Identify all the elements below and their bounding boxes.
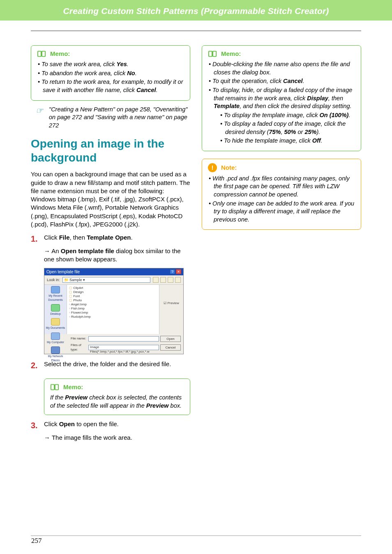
step-1-text: Click File, then Template Open. [44,233,190,245]
memo-label: Memo: [221,50,241,58]
step-3-text: Click Open to open the file. [44,420,190,431]
file-item[interactable]: Fish.bmp [69,307,157,311]
step-number: 3. [31,420,38,431]
dialog-main: My Recent DocumentsDesktopMy DocumentsMy… [44,285,183,334]
list-item: Double-clicking the file name also opens… [209,60,355,76]
places-item[interactable]: My Recent Documents [46,286,65,302]
note-box-1: ! Note: With .pcd and .fpx files contain… [202,159,361,230]
views-icon[interactable] [175,277,181,283]
step-3: 3. Click Open to open the file. [31,420,190,431]
cross-reference: ☞ "Creating a New Pattern" on page 258, … [36,106,190,130]
step-2: 2. Select the drive, the folder and the … [31,360,190,371]
filename-label: File name: [71,337,87,341]
close-icon[interactable]: × [176,269,181,274]
places-bar: My Recent DocumentsDesktopMy DocumentsMy… [44,285,67,334]
nav-icons [153,277,181,283]
lookin-dropdown[interactable]: 📁 Sample ▾ [62,277,150,283]
file-item[interactable]: Angel.bmp [69,302,157,307]
file-item[interactable]: Flower.bmp [69,311,157,315]
dialog-toolbar: Look in: 📁 Sample ▾ [44,275,183,285]
memo-icon [50,383,59,391]
memo-icon [37,50,46,58]
hand-point-icon: ☞ [36,106,43,130]
svg-rect-3 [55,384,58,390]
memo-label: Memo: [50,50,70,58]
intro-paragraph: You can open a background image that can… [31,170,190,229]
svg-rect-0 [38,51,41,57]
filename-field[interactable] [88,336,159,342]
svg-rect-1 [42,51,45,57]
window-controls: ?× [170,269,181,275]
folder-item[interactable]: ClipArt [69,286,157,290]
places-item[interactable]: My Documents [46,318,65,330]
list-item: To display a faded copy of the image, cl… [220,120,355,136]
step-1-result: An Open template file dialog box similar… [44,247,190,264]
step-number: 1. [31,233,38,245]
folder-item[interactable]: Design [69,290,157,294]
footer-rule [31,536,361,536]
filetype-field[interactable]: Image Files(*.bmp,*.pcd,*.fpx,*.tif,*.jp… [88,345,159,350]
chapter-header: Creating Custom Stitch Patterns (Program… [0,0,392,21]
newfolder-icon[interactable] [168,277,173,283]
chapter-title: Creating Custom Stitch Patterns (Program… [0,0,392,17]
folder-item[interactable]: Photo [69,298,157,302]
note-label: Note: [221,164,237,172]
memo-head: Memo: [37,50,184,58]
svg-rect-2 [51,384,54,390]
places-item[interactable]: Desktop [46,304,65,316]
file-item[interactable]: Rudolph.bmp [69,315,157,319]
list-item: To hide the template image, click Off. [220,137,355,145]
memo3-list: Double-clicking the file name also opens… [208,60,355,145]
folder-item[interactable]: Font [69,294,157,298]
memo-box-1: Memo: To save the work area, click Yes.T… [31,45,190,101]
memo-box-3: Memo: Double-clicking the file name also… [202,45,361,151]
svg-rect-5 [213,51,216,57]
top-rule [31,30,361,31]
list-item: With .pcd and .fpx files containing many… [209,175,355,199]
dialog-titlebar: Open template file ?× [44,268,183,276]
list-item: To save the work area, click Yes. [38,60,184,69]
memo2-text: If the Preview check box is selected, th… [50,394,184,410]
step-3-result: The image fills the work area. [44,434,190,442]
preview-pane: ☑ Preview [159,285,183,334]
reference-text: "Creating a New Pattern" on page 258, "O… [49,106,190,130]
open-template-dialog: Open template file ?× Look in: 📁 Sample … [44,268,184,354]
back-icon[interactable] [153,277,159,283]
note-list: With .pcd and .fpx files containing many… [208,175,355,224]
svg-rect-4 [209,51,212,57]
places-item[interactable]: My Computer [46,332,65,344]
list-item: To display the template image, click On … [220,111,355,120]
list-item: To abandon the work area, click No. [38,69,184,78]
list-item: To return to the work area, for example,… [38,78,184,94]
dialog-screenshot: Open template file ?× Look in: 📁 Sample … [44,268,190,354]
help-icon[interactable]: ? [170,269,175,274]
memo-box-2: Memo: If the Preview check box is select… [44,379,190,415]
page-number: 257 [31,536,42,546]
filetype-label: Files of type: [71,343,87,352]
memo-label: Memo: [63,383,83,391]
open-button[interactable]: Open [160,336,181,342]
file-list[interactable]: ClipArtDesignFontPhotoAngel.bmpFish.bmpF… [67,285,159,334]
note-head: ! Note: [208,163,355,172]
up-icon[interactable] [160,277,166,283]
memo-icon [208,50,217,58]
step-number: 2. [31,360,38,371]
page-body: Memo: To save the work area, click Yes.T… [0,38,392,443]
list-item: To display, hide, or display a faded cop… [209,86,355,111]
memo-head: Memo: [208,50,355,58]
section-heading: Opening an image in the background [31,137,190,164]
memo1-list: To save the work area, click Yes.To aban… [37,60,184,94]
lookin-label: Look in: [47,277,60,282]
preview-checkbox[interactable]: ☑ Preview [161,301,182,306]
alert-icon: ! [208,163,217,172]
step-2-text: Select the drive, the folder and the des… [44,360,190,371]
step-1: 1. Click File, then Template Open. [31,233,190,245]
list-item: To quit the operation, click Cancel. [209,77,355,85]
dialog-title-text: Open template file [46,269,80,275]
memo-head: Memo: [50,383,184,391]
cancel-button[interactable]: Cancel [160,344,181,351]
list-item: Only one image can be added to the work … [209,200,355,224]
